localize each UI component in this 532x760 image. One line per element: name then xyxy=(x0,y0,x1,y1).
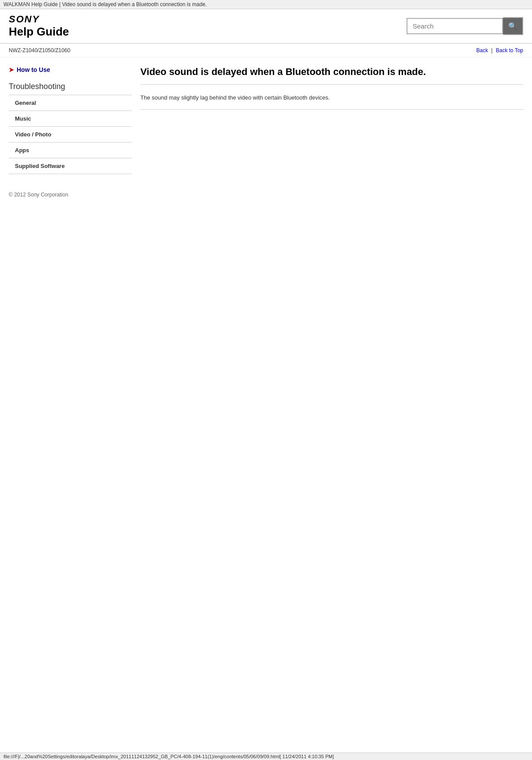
search-icon: 🔍 xyxy=(508,22,517,30)
sidebar-item-supplied-software[interactable]: Supplied Software xyxy=(9,158,132,174)
sidebar-nav: General Music Video / Photo Apps Supplie… xyxy=(9,95,132,174)
back-to-top-link[interactable]: Back to Top xyxy=(496,47,523,54)
help-guide-title: Help Guide xyxy=(9,25,69,39)
header: SONY Help Guide 🔍 xyxy=(0,9,532,44)
back-link[interactable]: Back xyxy=(476,47,488,54)
troubleshooting-heading: Troubleshooting xyxy=(9,82,132,91)
browser-title-bar: WALKMAN Help Guide | Video sound is dela… xyxy=(0,0,532,9)
sidebar: ➤ How to Use Troubleshooting General Mus… xyxy=(9,66,132,174)
nav-bar: NWZ-Z1040/Z1050/Z1060 Back | Back to Top xyxy=(0,44,532,57)
sony-logo: SONY xyxy=(9,14,69,25)
model-number: NWZ-Z1040/Z1050/Z1060 xyxy=(9,47,70,54)
sidebar-item-general[interactable]: General xyxy=(9,95,132,111)
how-to-use-link[interactable]: ➤ How to Use xyxy=(9,66,132,73)
logo-area: SONY Help Guide xyxy=(9,14,69,39)
search-button[interactable]: 🔍 xyxy=(503,17,523,35)
search-area: 🔍 xyxy=(407,17,523,35)
browser-title-text: WALKMAN Help Guide | Video sound is dela… xyxy=(4,1,207,7)
article-body: The sound may slightly lag behind the vi… xyxy=(140,93,523,110)
nav-separator: | xyxy=(491,47,493,54)
sidebar-item-video-photo[interactable]: Video / Photo xyxy=(9,126,132,142)
nav-links: Back | Back to Top xyxy=(476,47,523,54)
search-input[interactable] xyxy=(407,18,503,34)
article-title: Video sound is delayed when a Bluetooth … xyxy=(140,66,523,85)
chevron-right-icon: ➤ xyxy=(9,66,14,73)
sidebar-item-apps[interactable]: Apps xyxy=(9,142,132,158)
sidebar-item-music[interactable]: Music xyxy=(9,111,132,126)
copyright-text: © 2012 Sony Corporation xyxy=(9,192,68,198)
content-area: Video sound is delayed when a Bluetooth … xyxy=(140,66,523,174)
how-to-use-label: How to Use xyxy=(17,66,50,73)
footer: © 2012 Sony Corporation xyxy=(0,183,532,207)
main-content: ➤ How to Use Troubleshooting General Mus… xyxy=(0,57,532,183)
